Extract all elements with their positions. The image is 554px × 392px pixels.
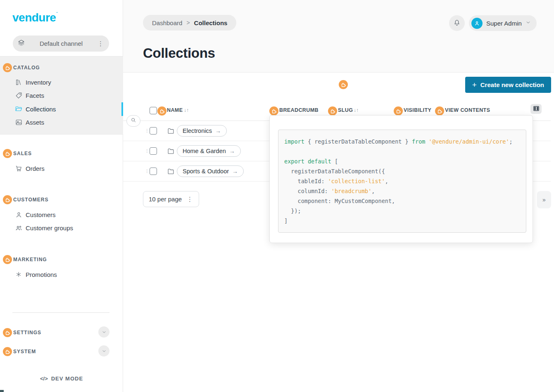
section-sales: SALES bbox=[0, 149, 123, 158]
user-name: Super Admin bbox=[486, 20, 522, 27]
extension-puzzle-badge bbox=[157, 106, 166, 116]
user-menu[interactable]: Super Admin bbox=[469, 15, 537, 31]
sidebar-divider bbox=[12, 312, 109, 313]
logo-mark: ˙ bbox=[56, 11, 57, 18]
dev-mode-toggle[interactable]: </>DEV MODE bbox=[0, 375, 123, 382]
folder-icon bbox=[167, 128, 174, 136]
section-marketing: MARKETING bbox=[0, 255, 123, 264]
channel-selector[interactable]: Default channel ⋮ bbox=[13, 35, 109, 52]
column-picker-button[interactable] bbox=[530, 104, 542, 114]
chevron-down-icon bbox=[525, 19, 531, 27]
system-expand-button[interactable] bbox=[98, 345, 109, 357]
breadcrumb-current: Collections bbox=[194, 19, 228, 26]
section-settings: SETTINGS bbox=[0, 327, 123, 339]
extension-puzzle-badge bbox=[3, 195, 12, 204]
collection-link[interactable]: Electronics → bbox=[177, 125, 227, 137]
breadcrumb: Dashboard > Collections bbox=[143, 15, 236, 31]
row-checkbox[interactable] bbox=[150, 147, 157, 155]
sidebar-item-inventory[interactable]: Inventory bbox=[0, 76, 121, 89]
cart-icon bbox=[15, 165, 22, 172]
extension-puzzle-badge bbox=[3, 255, 12, 264]
people-group-icon bbox=[15, 224, 22, 231]
settings-expand-button[interactable] bbox=[98, 326, 109, 338]
layers-icon bbox=[18, 39, 25, 48]
collection-link[interactable]: Home & Garden → bbox=[177, 145, 241, 157]
column-header-name[interactable]: NAME bbox=[167, 107, 183, 113]
page-title: Collections bbox=[143, 45, 215, 61]
columns-icon bbox=[533, 106, 539, 112]
extension-puzzle-badge bbox=[339, 80, 348, 89]
arrow-right-icon: → bbox=[215, 128, 221, 134]
image-icon bbox=[15, 118, 22, 126]
inventory-icon bbox=[15, 78, 22, 86]
column-header-breadcrumb[interactable]: BREADCRUMB bbox=[279, 107, 319, 113]
cursor-artifact bbox=[0, 390, 4, 392]
extension-puzzle-badge bbox=[269, 106, 278, 116]
sidebar-item-customers[interactable]: Customers bbox=[0, 208, 121, 221]
code-brackets-icon: </> bbox=[40, 375, 48, 382]
folder-icon bbox=[167, 168, 174, 177]
row-checkbox[interactable] bbox=[150, 168, 157, 175]
channel-label: Default channel bbox=[25, 40, 97, 47]
sort-icon[interactable]: ↓↑ bbox=[354, 107, 359, 113]
extension-puzzle-badge bbox=[3, 63, 12, 72]
sidebar: vendure˙ Default channel ⋮ CATALOG Inven… bbox=[0, 0, 123, 392]
row-checkbox[interactable] bbox=[150, 127, 157, 135]
asterisk-icon bbox=[15, 271, 22, 278]
extension-puzzle-badge bbox=[3, 328, 12, 337]
person-icon bbox=[15, 211, 22, 218]
extension-puzzle-badge bbox=[435, 106, 444, 116]
next-page-button[interactable]: » bbox=[537, 191, 551, 208]
code-block: import { registerDataTableComponent } fr… bbox=[278, 130, 526, 233]
column-header-slug[interactable]: SLUG bbox=[338, 107, 353, 113]
column-header-view-contents: VIEW CONTENTS bbox=[445, 107, 490, 113]
arrow-right-icon: → bbox=[232, 168, 238, 175]
column-header-visibility[interactable]: VISIBILITY bbox=[404, 107, 431, 113]
sidebar-item-assets[interactable]: Assets bbox=[0, 116, 121, 129]
section-system: SYSTEM bbox=[0, 346, 123, 358]
vendure-logo: vendure˙ bbox=[12, 11, 58, 24]
breadcrumb-dashboard-link[interactable]: Dashboard bbox=[152, 19, 182, 26]
page-header: Dashboard > Collections Super Admin Coll… bbox=[123, 0, 554, 73]
tag-icon bbox=[15, 92, 22, 99]
channel-kebab-icon[interactable]: ⋮ bbox=[97, 40, 104, 47]
dev-mode-code-popover: import { registerDataTableComponent } fr… bbox=[269, 115, 533, 243]
arrow-right-icon: → bbox=[229, 148, 235, 154]
breadcrumb-separator: > bbox=[186, 19, 190, 26]
section-catalog: CATALOG bbox=[0, 63, 123, 73]
section-customers: CUSTOMERS bbox=[0, 195, 123, 205]
extension-puzzle-badge bbox=[3, 347, 12, 356]
sidebar-item-facets[interactable]: Facets bbox=[0, 89, 121, 102]
extension-puzzle-badge bbox=[394, 106, 403, 116]
select-all-checkbox[interactable] bbox=[150, 107, 157, 114]
notifications-button[interactable] bbox=[449, 15, 465, 31]
search-icon bbox=[131, 117, 136, 125]
items-per-page-select[interactable]: 10 per page ⋮ bbox=[143, 191, 199, 207]
folder-open-icon bbox=[15, 105, 22, 113]
bell-icon bbox=[453, 19, 461, 28]
create-new-collection-button[interactable]: + Create new collection bbox=[465, 77, 551, 93]
sort-icon[interactable]: ↓↑ bbox=[184, 107, 189, 113]
per-page-kebab-icon: ⋮ bbox=[187, 196, 193, 203]
extension-puzzle-badge bbox=[328, 106, 337, 116]
collection-link[interactable]: Sports & Outdoor → bbox=[177, 165, 244, 177]
sidebar-item-customer-groups[interactable]: Customer groups bbox=[0, 221, 121, 234]
sidebar-item-orders[interactable]: Orders bbox=[0, 162, 121, 175]
sidebar-item-promotions[interactable]: Promotions bbox=[0, 268, 121, 281]
extension-puzzle-badge bbox=[3, 149, 12, 158]
search-toggle[interactable] bbox=[126, 115, 140, 127]
vendure-admin-app: vendure˙ Default channel ⋮ CATALOG Inven… bbox=[0, 0, 554, 392]
plus-icon: + bbox=[472, 80, 477, 90]
sidebar-item-collections[interactable]: Collections bbox=[0, 102, 121, 116]
avatar bbox=[471, 18, 483, 29]
folder-icon bbox=[167, 148, 174, 156]
